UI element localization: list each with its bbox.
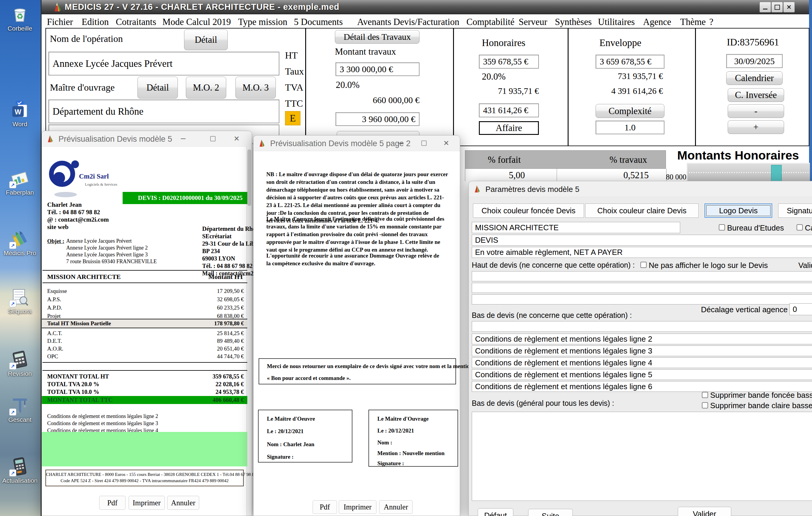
- affaire-button[interactable]: Affaire: [479, 121, 539, 135]
- operation-detail-button[interactable]: Détail: [184, 29, 228, 50]
- maximize-icon[interactable]: [208, 134, 218, 143]
- conditions-4-field[interactable]: Conditions de règlement et mentions léga…: [472, 357, 812, 368]
- c-inversee-button[interactable]: C. Inversée: [728, 88, 784, 102]
- reglement-field[interactable]: En votre aimable règlement, NET A PAYER: [472, 247, 812, 258]
- haut-line-2-field[interactable]: [472, 283, 812, 293]
- minimize-icon[interactable]: [396, 139, 405, 147]
- mo3-button[interactable]: M.O. 3: [235, 77, 276, 99]
- mo2-button[interactable]: M.O. 2: [186, 77, 226, 99]
- supprimer-foncee-checkbox[interactable]: [702, 392, 708, 398]
- complexite-field[interactable]: 1.0: [596, 120, 664, 134]
- operation-field[interactable]: Annexe Lycée Jacques Prévert: [49, 52, 279, 76]
- menu-help[interactable]: ?: [709, 17, 714, 27]
- sender-name: Charlet Jean: [47, 201, 82, 209]
- owner-field[interactable]: Département du Rhône: [49, 100, 279, 123]
- conditions-3-field[interactable]: Conditions de règlement et mentions léga…: [472, 346, 812, 356]
- menu-cotraitants[interactable]: Cotraitants: [116, 17, 156, 27]
- revision-icon: ↗: [10, 350, 29, 369]
- main-title-bar[interactable]: MEDICIS 27 - V 27.16 - CHARLET ARCHITECT…: [41, 0, 809, 14]
- desktop-icon-faberplan[interactable]: ↗ Faberplan: [0, 169, 39, 196]
- pdf-button[interactable]: Pdf: [99, 496, 125, 510]
- shortcut-arrow-icon: ↗: [9, 242, 16, 249]
- menu-serveur[interactable]: Serveur: [519, 17, 547, 27]
- travaux-ht-field[interactable]: 3 300 000,00 €: [336, 62, 419, 76]
- recipient-line: 69003 LYON: [202, 255, 235, 262]
- menu-syntheses[interactable]: Synthèses: [555, 17, 592, 27]
- close-icon[interactable]: ✕: [232, 134, 241, 143]
- close-button[interactable]: ✕: [783, 2, 795, 12]
- pdf-button[interactable]: Pdf: [313, 500, 337, 514]
- annuler-button[interactable]: Annuler: [379, 500, 413, 514]
- menu-edition[interactable]: Edition: [82, 17, 109, 27]
- defaut-button[interactable]: Défaut: [478, 508, 513, 516]
- sender-web: site web: [47, 223, 68, 231]
- footer-box: CHARLET ARCHITECTURE - 8000 Euros - 155 …: [46, 470, 244, 486]
- minus-button[interactable]: -: [728, 104, 784, 118]
- supprimer-claire-checkbox[interactable]: [702, 402, 708, 408]
- honoraires-ht-field[interactable]: 359 678,55 €: [479, 55, 539, 69]
- desktop-icon-corbeille[interactable]: ♻ Corbeille: [0, 5, 39, 32]
- conditions-2-field[interactable]: Conditions de règlement et mentions léga…: [472, 334, 812, 344]
- menu-avenants[interactable]: Avenants: [357, 17, 391, 27]
- imprimer-button[interactable]: Imprimer: [128, 496, 165, 510]
- desktop-icon-sequora[interactable]: ↗ Séquora: [0, 288, 39, 315]
- no-logo-checkbox[interactable]: [640, 262, 647, 268]
- maximize-button[interactable]: [771, 2, 783, 12]
- menu-theme[interactable]: Thème: [680, 17, 706, 27]
- date-field[interactable]: 30/09/2025: [726, 54, 783, 68]
- tab-signature[interactable]: Signature: [778, 203, 812, 218]
- menu-comptabilite[interactable]: Comptabilité: [466, 17, 515, 27]
- parametres-devis-window: Paramètres devis modèle 5 Choix couleur …: [468, 181, 812, 516]
- preview2-title: Prévisualisation Devis modèle 5 page 2: [270, 139, 411, 148]
- desktop-icon-actualisation[interactable]: ↗ Actualisation: [0, 457, 39, 484]
- minimize-icon[interactable]: [178, 134, 188, 143]
- menu-type-mission[interactable]: Type mission: [238, 17, 287, 27]
- menu-fichier[interactable]: Fichier: [47, 17, 73, 27]
- annuler-button[interactable]: Annuler: [167, 496, 199, 510]
- taux-label: Taux: [285, 66, 304, 77]
- tab-couleur-foncee[interactable]: Choix couleur foncée Devis: [473, 203, 584, 218]
- bas-line-1-field[interactable]: [472, 321, 812, 332]
- close-icon[interactable]: ✕: [441, 139, 451, 147]
- detail-travaux-button[interactable]: Détail des Travaux: [335, 30, 419, 44]
- imprimer-button[interactable]: Imprimer: [339, 500, 376, 514]
- e-badge[interactable]: E: [285, 111, 300, 125]
- menu-documents[interactable]: 5 Documents: [294, 17, 343, 27]
- suite-button[interactable]: Suite: [528, 509, 573, 516]
- desktop-icon-word[interactable]: W Word: [0, 101, 39, 128]
- desktop-icon-medicis-pro[interactable]: ↗ Médicis Pro: [0, 229, 39, 256]
- calendrier-button[interactable]: Calendrier: [726, 71, 783, 85]
- bureau-etudes-checkbox[interactable]: [719, 224, 725, 230]
- owner-detail-button[interactable]: Détail: [138, 77, 178, 99]
- tab-couleur-claire[interactable]: Choix couleur claire Devis: [585, 203, 699, 218]
- menu-utilitaires[interactable]: Utilitaires: [598, 17, 635, 27]
- plus-button[interactable]: +: [728, 120, 784, 134]
- cal-checkbox[interactable]: [796, 224, 803, 230]
- desktop-icon-revision[interactable]: ↗ Revision: [0, 350, 39, 377]
- desktop-icon-gescant[interactable]: ↗ Gescant: [0, 396, 39, 423]
- enveloppe-ht-field[interactable]: 3 659 678,55 €: [596, 55, 664, 69]
- haut-line-3-field[interactable]: [472, 294, 812, 304]
- bas-general-textarea[interactable]: [472, 412, 812, 501]
- preview1-title-bar[interactable]: Prévisualisation Devis modèle 5 ✕: [42, 131, 252, 147]
- menu-mode-calcul[interactable]: Mode Calcul 2019: [163, 17, 231, 27]
- devis-field[interactable]: DEVIS: [472, 235, 812, 246]
- menu-agence[interactable]: Agence: [643, 17, 671, 27]
- params-title-bar[interactable]: Paramètres devis modèle 5: [469, 181, 812, 197]
- table-row: D.E.T.: [47, 338, 62, 344]
- valider-button[interactable]: Valider: [678, 507, 731, 516]
- honoraires-ttc-field[interactable]: 431 614,26 €: [479, 103, 539, 117]
- tab-logo-devis[interactable]: Logo Devis: [704, 203, 772, 218]
- haut-line-1-field[interactable]: [472, 271, 812, 281]
- maximize-icon[interactable]: [419, 139, 429, 147]
- conditions-6-field[interactable]: Conditions de règlement et mentions léga…: [472, 381, 812, 392]
- decalage-field[interactable]: 0: [789, 303, 812, 315]
- mission-field[interactable]: MISSION ARCHITECTE: [472, 222, 680, 233]
- conditions-5-field[interactable]: Conditions de règlement et mentions léga…: [472, 369, 812, 380]
- travaux-ttc-field[interactable]: 3 960 000,00 €: [336, 112, 419, 126]
- minimize-button[interactable]: [759, 2, 771, 12]
- preview2-title-bar[interactable]: Prévisualisation Devis modèle 5 page 2 ✕: [254, 135, 460, 151]
- menu-devis-facturation[interactable]: Devis/Facturation: [394, 17, 459, 27]
- preview1-scrollbar-thumb[interactable]: [247, 150, 251, 206]
- complexite-button[interactable]: Complexité: [596, 104, 664, 118]
